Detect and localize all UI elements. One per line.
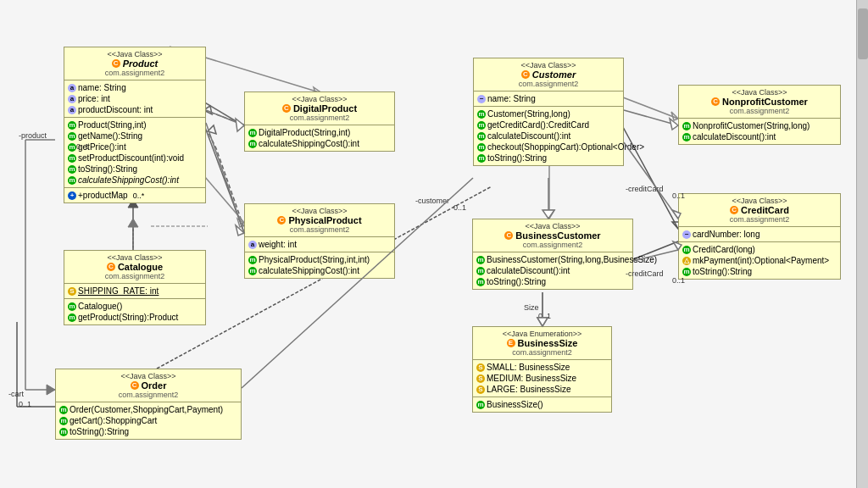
method-item: m calculateDiscount():int [682,131,837,142]
class-CreditCard: <<Java Class>> C CreditCard com.assignme… [678,193,841,280]
NonprofitCustomer-package: com.assignment2 [682,107,837,115]
svg-marker-11 [544,210,554,219]
customer-label: -customer [415,197,449,205]
DigitalProduct-header: <<Java Class>> C DigitalProduct com.assi… [245,92,394,125]
product-label: -product [19,131,47,140]
method-item: m getCart():ShoppingCart [59,415,237,426]
NonprofitCustomer-name: NonprofitCustomer [722,97,808,107]
method-icon: m [477,132,486,141]
enum-icon: S [476,385,485,394]
size-label: Size [524,303,539,312]
attr-icon: S [68,287,76,296]
diagram-area: <<Java Class>> C Product com.assignment2… [0,0,856,488]
svg-marker-24 [236,119,244,131]
BusinessSize-values: S SMALL: BusinessSize S MEDIUM: Business… [473,360,611,397]
svg-marker-9 [671,112,678,120]
method-icon: m [248,256,257,264]
method-item: m NonprofitCustomer(String,long) [682,120,837,131]
method-icon: m [476,256,485,264]
creditcard2-label: -creditCard [626,269,664,278]
class-Customer: <<Java Class>> C Customer com.assignment… [473,58,624,166]
svg-marker-30 [542,210,554,219]
NonprofitCustomer-header: <<Java Class>> C NonprofitCustomer com.a… [679,86,840,119]
Catalogue-name: Catalogue [118,262,163,272]
size-mult: 0..1 [538,312,551,320]
method-icon: m [248,140,257,148]
attr-icon: ~ [477,95,486,103]
attr-item: ~ cardNumber: long [682,229,837,240]
method-icon: m [68,154,76,163]
product-mult: 0..1 [76,142,89,151]
method-item: m Catalogue() [68,301,202,312]
method-icon: m [68,143,76,152]
method-item: m getName():String [68,130,202,141]
CreditCard-name: CreditCard [741,205,789,215]
method-icon: m [59,428,68,436]
enum-icon: S [476,374,485,383]
DigitalProduct-name: DigitalProduct [293,103,357,114]
Customer-name: Customer [532,69,576,80]
svg-marker-44 [47,385,55,395]
method-icon: m [682,133,691,141]
svg-line-1 [203,123,246,237]
method-item: m calculateDiscount():int [477,130,620,141]
method-icon: m [248,129,257,137]
method-icon: m [68,176,76,185]
enum-val-item: S MEDIUM: BusinessSize [476,373,608,384]
PhysicalProduct-methods: m PhysicalProduct(String,int,int) m calc… [245,252,394,278]
attr-item: a productDiscount: int [68,104,202,115]
BusinessSize-icon: E [507,339,515,347]
svg-marker-3 [208,125,216,134]
scrollbar-thumb[interactable] [858,8,868,59]
method-icon: m [68,313,76,322]
method-item: m checkout(ShoppingCart):Optional<Order> [477,141,620,152]
method-item: m getProduct(String):Product [68,312,202,323]
attr-icon: a [248,241,257,249]
attr-item: ~ name: String [477,93,620,104]
attr-icon: a [68,84,76,92]
svg-marker-28 [670,119,678,130]
class-Order: <<Java Class>> C Order com.assignment2 m… [55,369,242,440]
DigitalProduct-stereotype: <<Java Class>> [248,95,391,103]
Catalogue-header: <<Java Class>> C Catalogue com.assignmen… [64,251,205,284]
PhysicalProduct-icon: C [277,216,286,225]
method-icon: m [477,121,486,130]
method-icon: m [68,302,76,311]
class-BusinessCustomer: <<Java Class>> C BusinessCustomer com.as… [472,219,633,290]
creditcard-mult: 0..1 [672,191,685,200]
PhysicalProduct-name: PhysicalProduct [288,215,361,225]
Product-footer: + +productMap 0..* [64,188,205,202]
BusinessCustomer-name: BusinessCustomer [515,230,600,241]
method-icon: m [68,121,76,130]
CreditCard-header: <<Java Class>> C CreditCard com.assignme… [679,194,840,227]
method-icon: m [682,246,691,254]
method-item: m Customer(String,long) [477,108,620,119]
Order-stereotype: <<Java Class>> [59,372,237,380]
enum-val-item: S SMALL: BusinessSize [476,362,608,373]
Order-methods: m Order(Customer,ShoppingCart,Payment) m… [56,402,241,439]
Product-header: <<Java Class>> C Product com.assignment2 [64,47,205,80]
method-item: m DigitalProduct(String,int) [248,127,391,138]
method-item: m toString():String [682,266,837,277]
BusinessSize-methods: m BusinessSize() [473,397,611,412]
Catalogue-package: com.assignment2 [68,272,202,280]
method-item: m toString():String [68,164,202,175]
method-item: m calculateDiscount():int [476,265,629,276]
CreditCard-attributes: ~ cardNumber: long [679,227,840,242]
BusinessSize-name: BusinessSize [518,338,578,348]
method-item: m BusinessSize() [476,399,608,410]
BusinessCustomer-icon: C [504,231,513,240]
scrollbar[interactable] [856,0,868,488]
svg-line-0 [203,102,246,127]
Order-package: com.assignment2 [59,391,237,399]
method-icon: m [477,110,486,119]
Product-stereotype: <<Java Class>> [68,50,202,58]
method-icon: m [477,154,486,163]
svg-marker-38 [128,219,138,227]
BusinessCustomer-stereotype: <<Java Class>> [476,222,629,230]
Order-header: <<Java Class>> C Order com.assignment2 [56,369,241,402]
method-icon: m [68,132,76,141]
Catalogue-attributes: S SHIPPING_RATE: int [64,284,205,299]
method-icon: m [59,417,68,425]
Product-attributes: a name: String a price: int a productDis… [64,80,205,118]
